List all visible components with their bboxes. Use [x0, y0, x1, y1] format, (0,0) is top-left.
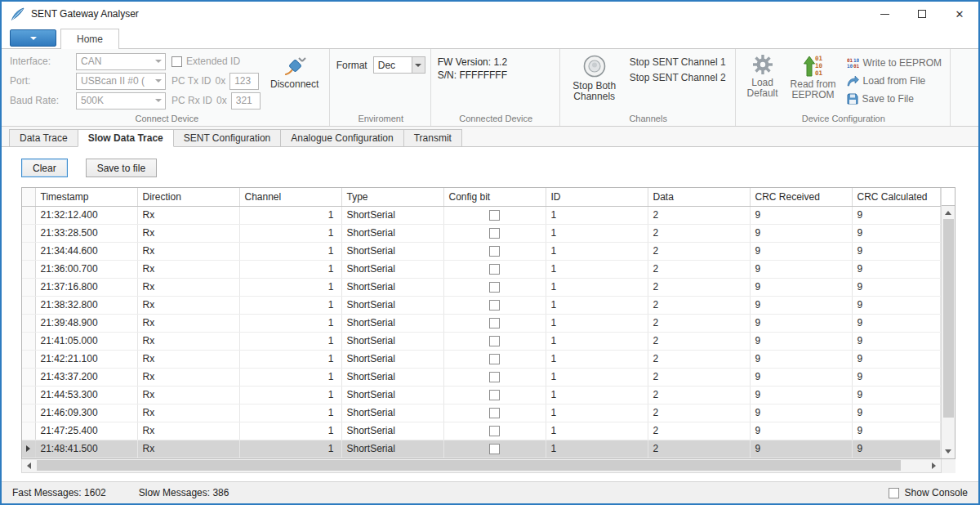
- column-header[interactable]: Direction: [137, 188, 239, 206]
- config-bit-checkbox[interactable]: [489, 408, 500, 418]
- cell-config-bit: [443, 386, 546, 404]
- row-selector[interactable]: [22, 350, 35, 368]
- config-bit-checkbox[interactable]: [489, 300, 500, 311]
- vertical-scrollbar[interactable]: [941, 188, 955, 458]
- table-row[interactable]: 21:36:00.700Rx1ShortSerial1299: [22, 260, 941, 278]
- triangle-up-icon: [945, 211, 951, 215]
- horizontal-scrollbar[interactable]: [21, 459, 942, 473]
- row-selector[interactable]: [22, 314, 35, 332]
- table-row[interactable]: 21:42:21.100Rx1ShortSerial1299: [22, 350, 941, 368]
- extended-id-checkbox[interactable]: [172, 56, 182, 67]
- cell-channel: 1: [239, 278, 341, 296]
- column-header[interactable]: Config bit: [443, 188, 546, 206]
- config-bit-checkbox[interactable]: [489, 318, 500, 328]
- row-selector[interactable]: [22, 404, 35, 422]
- scroll-right-button[interactable]: [927, 459, 941, 472]
- config-bit-checkbox[interactable]: [489, 264, 500, 275]
- save-to-file-button[interactable]: Save to File: [844, 91, 945, 106]
- stop-both-channels-button[interactable]: Stop Both Channels: [567, 51, 622, 112]
- cell-type: ShortSerial: [341, 260, 443, 278]
- table-row[interactable]: 21:46:09.300Rx1ShortSerial1299: [22, 404, 941, 422]
- column-header[interactable]: CRC Received: [750, 188, 852, 206]
- interface-combo[interactable]: CAN: [76, 53, 166, 70]
- column-header[interactable]: Channel: [239, 188, 341, 206]
- scroll-down-button[interactable]: [942, 445, 956, 458]
- table-row[interactable]: 21:34:44.600Rx1ShortSerial1299: [22, 242, 941, 260]
- cell-id: 1: [546, 440, 648, 458]
- minimize-button[interactable]: [866, 2, 903, 26]
- pc-tx-id-field[interactable]: [229, 73, 259, 90]
- cell-channel: 1: [239, 260, 341, 278]
- table-row[interactable]: 21:43:37.200Rx1ShortSerial1299: [22, 368, 941, 386]
- tab-data-trace[interactable]: Data Trace: [9, 129, 78, 147]
- config-bit-checkbox[interactable]: [489, 354, 500, 364]
- table-row[interactable]: 21:47:25.400Rx1ShortSerial1299: [22, 422, 941, 440]
- table-row[interactable]: 21:39:48.900Rx1ShortSerial1299: [22, 314, 941, 332]
- config-bit-checkbox[interactable]: [489, 444, 500, 454]
- scroll-up-button[interactable]: [942, 206, 956, 219]
- port-combo[interactable]: USBcan II #0 (: [76, 73, 166, 90]
- load-default-button[interactable]: Load Default: [742, 51, 783, 112]
- scroll-left-button[interactable]: [22, 459, 36, 472]
- disconnect-button[interactable]: Disconnect: [265, 51, 324, 112]
- table-row[interactable]: 21:38:32.800Rx1ShortSerial1299: [22, 296, 941, 314]
- config-bit-checkbox[interactable]: [489, 372, 500, 382]
- row-selector[interactable]: [22, 440, 35, 458]
- row-selector[interactable]: [22, 296, 35, 314]
- column-header[interactable]: ID: [546, 188, 648, 206]
- row-selector[interactable]: [22, 278, 35, 296]
- svg-text:01: 01: [815, 69, 823, 77]
- maximize-button[interactable]: [903, 2, 941, 26]
- stop-sent-channel-2-button[interactable]: Stop SENT Channel 2: [626, 69, 730, 85]
- config-bit-checkbox[interactable]: [489, 246, 500, 257]
- horizontal-scroll-thumb[interactable]: [37, 460, 901, 471]
- table-row[interactable]: 21:37:16.800Rx1ShortSerial1299: [22, 278, 941, 296]
- trace-table: TimestampDirectionChannelTypeConfig bitI…: [22, 188, 941, 458]
- config-bit-checkbox[interactable]: [489, 336, 500, 346]
- column-header[interactable]: Timestamp: [35, 188, 137, 206]
- table-row[interactable]: 21:48:41.500Rx1ShortSerial1299: [22, 440, 941, 458]
- tab-slow-data-trace[interactable]: Slow Data Trace: [78, 129, 174, 147]
- table-row[interactable]: 21:41:05.000Rx1ShortSerial1299: [22, 332, 941, 350]
- app-menu-button[interactable]: [10, 29, 56, 47]
- column-header[interactable]: Type: [341, 188, 443, 206]
- pc-rx-id-field[interactable]: [231, 92, 261, 109]
- row-selector[interactable]: [22, 224, 35, 242]
- row-selector[interactable]: [22, 422, 35, 440]
- cell-direction: Rx: [137, 386, 239, 404]
- config-bit-checkbox[interactable]: [489, 228, 500, 239]
- vertical-scroll-thumb[interactable]: [943, 219, 954, 418]
- close-button[interactable]: ✕: [941, 2, 978, 26]
- row-selector[interactable]: [22, 332, 35, 350]
- cell-type: ShortSerial: [341, 296, 443, 314]
- table-row[interactable]: 21:32:12.400Rx1ShortSerial1299: [22, 206, 941, 224]
- stop-sent-channel-1-button[interactable]: Stop SENT Channel 1: [626, 54, 730, 69]
- tab-sent-configuration[interactable]: SENT Configuration: [173, 129, 282, 147]
- config-bit-checkbox[interactable]: [489, 390, 500, 400]
- clear-button[interactable]: Clear: [21, 159, 68, 177]
- row-selector[interactable]: [22, 368, 35, 386]
- show-console-checkbox[interactable]: [889, 488, 899, 498]
- table-row[interactable]: 21:44:53.300Rx1ShortSerial1299: [22, 386, 941, 404]
- config-bit-checkbox[interactable]: [489, 210, 500, 221]
- write-to-eeprom-button[interactable]: 01 10 10 01 Write to EEPROM: [844, 55, 945, 70]
- row-selector[interactable]: [22, 242, 35, 260]
- tab-home[interactable]: Home: [60, 29, 119, 49]
- load-from-file-button[interactable]: Load from File: [844, 73, 945, 88]
- column-header[interactable]: Data: [648, 188, 750, 206]
- row-selector[interactable]: [22, 260, 35, 278]
- config-bit-checkbox[interactable]: [489, 426, 500, 436]
- column-header[interactable]: CRC Calculated: [852, 188, 941, 206]
- format-combo[interactable]: Dec: [373, 56, 425, 74]
- row-selector[interactable]: [22, 206, 35, 224]
- table-row[interactable]: 21:33:28.500Rx1ShortSerial1299: [22, 224, 941, 242]
- cell-data: 2: [648, 260, 750, 278]
- read-from-eeprom-button[interactable]: 01 10 01 Read from EEPROM: [786, 51, 840, 112]
- config-bit-checkbox[interactable]: [489, 282, 500, 293]
- row-selector[interactable]: [22, 386, 35, 404]
- baud-rate-combo[interactable]: 500K: [76, 92, 166, 109]
- save-to-file-trace-button[interactable]: Save to file: [86, 159, 157, 177]
- tab-analogue-configuration[interactable]: Analogue Configuration: [280, 129, 403, 147]
- tab-transmit[interactable]: Transmit: [403, 129, 462, 147]
- cell-crc-calculated: 9: [852, 206, 941, 224]
